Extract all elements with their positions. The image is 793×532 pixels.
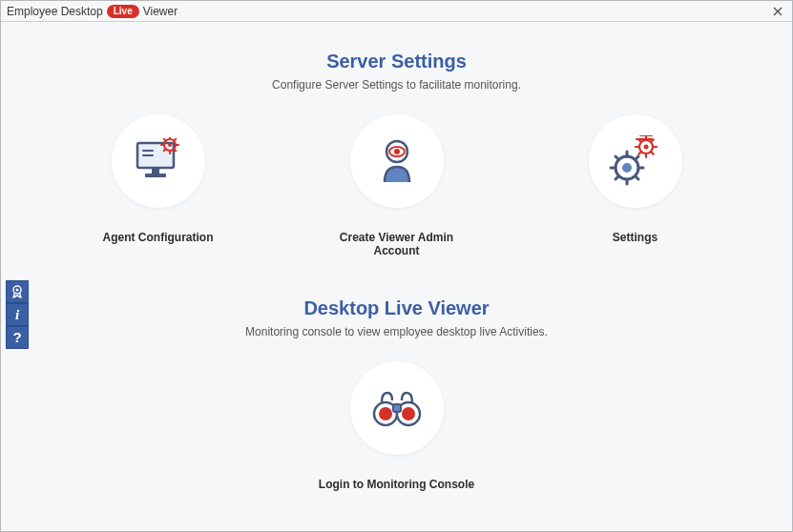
svg-line-29 [651,152,654,154]
content-area: i ? Server Settings Configure Server Set… [1,22,792,531]
viewer-title: Desktop Live Viewer [1,297,792,319]
svg-line-42 [616,176,619,180]
agent-configuration-card[interactable]: Agent Configuration [82,114,235,257]
viewer-cards-row: Login to Monitoring Console [1,361,792,491]
award-button[interactable] [6,280,29,303]
info-button[interactable]: i [6,303,29,326]
server-settings-header: Server Settings Configure Server Setting… [1,51,792,92]
svg-point-21 [394,149,400,154]
svg-line-14 [163,139,165,141]
create-admin-card[interactable]: Create Viewer Admin Account [321,114,473,257]
double-gear-icon [608,135,663,187]
title-part1: Employee Desktop [7,5,103,18]
svg-point-46 [379,407,392,420]
window-title: Employee Desktop Live Viewer [7,5,177,18]
server-settings-title: Server Settings [1,51,792,72]
award-icon [10,284,25,299]
svg-line-17 [174,139,176,141]
svg-rect-8 [145,174,166,177]
close-button[interactable] [769,1,786,21]
side-toolbar: i ? [6,280,29,349]
svg-line-43 [635,156,638,160]
titlebar: Employee Desktop Live Viewer [1,1,792,22]
monitor-gear-icon [132,137,185,185]
svg-point-23 [643,145,648,150]
create-admin-label: Create Viewer Admin Account [321,231,473,257]
login-console-label: Login to Monitoring Console [319,478,474,491]
login-console-card[interactable]: Login to Monitoring Console [292,361,502,491]
server-cards-row: Agent Configuration Create Viewer Admin … [1,114,792,257]
live-badge: Live [107,5,139,18]
settings-card[interactable]: Settings [559,114,712,257]
svg-point-18 [168,143,172,147]
create-admin-circle [350,114,444,208]
svg-rect-48 [393,404,401,412]
agent-configuration-label: Agent Configuration [103,231,214,244]
server-settings-subtitle: Configure Server Settings to facilitate … [1,78,792,92]
svg-point-35 [622,163,632,173]
agent-configuration-circle [112,114,205,208]
svg-point-3 [16,289,19,292]
title-part2: Viewer [143,5,177,18]
user-eye-icon [374,136,420,186]
help-button[interactable]: ? [6,326,29,349]
svg-rect-7 [152,168,159,174]
help-icon: ? [7,327,28,348]
settings-label: Settings [613,231,657,244]
close-icon [773,7,783,16]
settings-circle [589,114,682,208]
info-icon: i [7,304,28,325]
viewer-header: Desktop Live Viewer Monitoring console t… [1,297,792,338]
svg-line-40 [616,156,619,160]
svg-line-30 [638,152,641,154]
viewer-subtitle: Monitoring console to view employee desk… [1,325,792,338]
svg-point-47 [402,407,415,420]
svg-line-41 [635,176,638,180]
binoculars-icon [371,385,423,431]
login-console-circle [350,361,444,455]
